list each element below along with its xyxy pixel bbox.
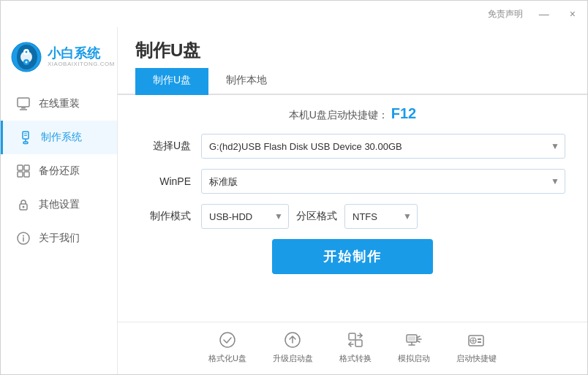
svg-point-23: [220, 333, 235, 347]
make-mode-label: 制作模式: [140, 210, 191, 223]
grid-icon: [15, 163, 31, 179]
sidebar-item-other-settings[interactable]: 其他设置: [1, 188, 117, 221]
boot-shortcut-label: 启动快捷键: [456, 353, 497, 364]
logo-title: 小白系统: [48, 47, 115, 61]
start-button[interactable]: 开始制作: [272, 239, 433, 274]
winpe-wrapper: 标准版高级版 ▼: [201, 169, 565, 194]
logo-text: 小白系统 XIAOBAIXITONG.COM: [48, 47, 115, 68]
tab-make-local[interactable]: 制作本地: [208, 68, 284, 95]
page-header: 制作U盘: [118, 27, 587, 62]
tabs: 制作U盘 制作本地: [118, 68, 587, 95]
winpe-dropdown[interactable]: 标准版高级版: [201, 169, 565, 194]
bottom-format-usb[interactable]: 格式化U盘: [208, 330, 246, 364]
sidebar-label-about-us: 关于我们: [39, 232, 80, 245]
tab-make-usb[interactable]: 制作U盘: [135, 68, 208, 95]
make-mode-dropdown[interactable]: USB-HDDUSB-ZIPUSB-FDD: [201, 204, 289, 229]
close-button[interactable]: ×: [565, 7, 580, 21]
main-container: 小白系统 XIAOBAIXITONG.COM 在线重装: [1, 27, 587, 374]
svg-rect-38: [478, 338, 481, 340]
svg-rect-15: [24, 165, 29, 170]
make-mode-wrapper: USB-HDDUSB-ZIPUSB-FDD ▼: [201, 204, 289, 229]
bottom-boot-shortcut[interactable]: 启动快捷键: [456, 330, 497, 364]
simulate-boot-icon: [404, 330, 424, 350]
sidebar-item-about-us[interactable]: 关于我们: [1, 221, 117, 255]
select-usb-wrapper: G:(hd2)USB Flash Disk USB Device 30.00GB…: [201, 134, 565, 159]
svg-point-5: [26, 61, 28, 64]
partition-format-dropdown[interactable]: NTFSFAT32exFAT: [344, 204, 418, 229]
logo-icon: [11, 42, 42, 72]
sidebar-label-online-reinstall: 在线重装: [39, 97, 80, 110]
sidebar: 小白系统 XIAOBAIXITONG.COM 在线重装: [1, 27, 118, 374]
bottom-icons: 格式化U盘 升级启动盘: [118, 322, 587, 374]
shortcut-hint: 本机U盘启动快捷键： F12: [140, 105, 565, 122]
svg-rect-39: [478, 341, 481, 343]
lock-icon: [15, 197, 31, 213]
partition-format-wrapper: NTFSFAT32exFAT ▼: [344, 204, 418, 229]
select-usb-row: 选择U盘 G:(hd2)USB Flash Disk USB Device 30…: [140, 134, 565, 159]
svg-point-19: [23, 206, 25, 208]
sidebar-nav: 在线重装 制作系统: [1, 87, 117, 374]
titlebar-actions: 免责声明 — ×: [488, 7, 580, 21]
start-btn-row: 开始制作: [140, 239, 565, 274]
svg-rect-11: [23, 142, 28, 144]
format-convert-icon: [345, 330, 366, 350]
content-area: 制作U盘 制作U盘 制作本地 本机U盘启动快捷键： F12 选择U盘 G:(hd…: [118, 27, 587, 374]
logo-area: 小白系统 XIAOBAIXITONG.COM: [1, 34, 117, 87]
sidebar-label-make-system: 制作系统: [41, 131, 82, 144]
select-usb-label: 选择U盘: [140, 140, 191, 153]
upgrade-boot-icon: [282, 330, 303, 350]
bottom-simulate-boot[interactable]: 模拟启动: [398, 330, 430, 364]
svg-point-4: [26, 51, 28, 53]
sidebar-label-other-settings: 其他设置: [39, 198, 80, 211]
disclaimer-link[interactable]: 免责声明: [488, 8, 523, 20]
format-usb-label: 格式化U盘: [208, 353, 246, 364]
format-usb-icon: [217, 330, 238, 350]
upgrade-boot-label: 升级启动盘: [273, 353, 313, 364]
bottom-format-convert[interactable]: 格式转换: [339, 330, 372, 364]
svg-line-31: [417, 341, 420, 342]
make-mode-row: 制作模式 USB-HDDUSB-ZIPUSB-FDD ▼ 分区格式 NTFSFA…: [140, 204, 565, 229]
form-content: 本机U盘启动快捷键： F12 选择U盘 G:(hd2)USB Flash Dis…: [118, 95, 587, 322]
svg-rect-17: [24, 172, 29, 177]
bottom-upgrade-boot[interactable]: 升级启动盘: [273, 330, 313, 364]
usb-icon: [18, 129, 34, 145]
logo-subtitle: XIAOBAIXITONG.COM: [48, 61, 115, 67]
svg-rect-25: [349, 333, 355, 340]
winpe-label: WinPE: [140, 175, 191, 187]
format-convert-label: 格式转换: [339, 353, 372, 364]
page-title: 制作U盘: [135, 39, 200, 62]
minimize-button[interactable]: —: [535, 7, 554, 21]
svg-rect-16: [18, 172, 23, 177]
sidebar-item-online-reinstall[interactable]: 在线重装: [1, 87, 117, 121]
winpe-row: WinPE 标准版高级版 ▼: [140, 169, 565, 194]
titlebar: 免责声明 — ×: [1, 1, 587, 27]
shortcut-hint-text: 本机U盘启动快捷键：: [289, 109, 388, 121]
svg-rect-6: [18, 98, 29, 107]
sidebar-item-make-system[interactable]: 制作系统: [1, 121, 117, 154]
make-mode-multi: USB-HDDUSB-ZIPUSB-FDD ▼ 分区格式 NTFSFAT32ex…: [201, 204, 418, 229]
simulate-boot-label: 模拟启动: [398, 353, 430, 364]
monitor-icon: [15, 96, 31, 112]
svg-point-22: [23, 235, 24, 237]
svg-rect-26: [355, 340, 362, 346]
svg-rect-14: [18, 165, 23, 170]
svg-rect-28: [408, 336, 415, 341]
sidebar-item-backup-restore[interactable]: 备份还原: [1, 154, 117, 188]
sidebar-label-backup-restore: 备份还原: [39, 164, 80, 178]
select-usb-dropdown[interactable]: G:(hd2)USB Flash Disk USB Device 30.00GB: [201, 134, 565, 159]
shortcut-key: F12: [391, 105, 416, 121]
info-icon: [15, 230, 31, 246]
boot-shortcut-icon: [466, 330, 486, 350]
svg-rect-7: [21, 107, 26, 109]
partition-format-label: 分区格式: [296, 210, 337, 223]
